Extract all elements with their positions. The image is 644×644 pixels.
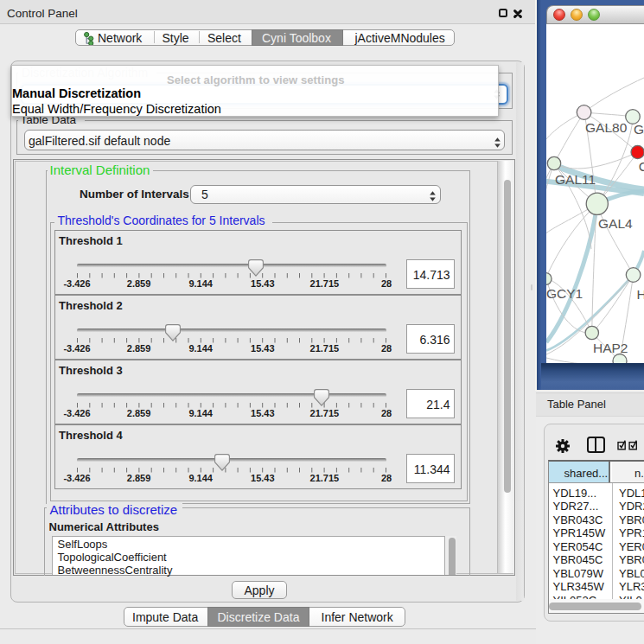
svg-text:H: H — [637, 287, 644, 302]
svg-text:GAL80: GAL80 — [585, 120, 628, 135]
svg-text:C: C — [639, 159, 644, 174]
svg-text:GCY1: GCY1 — [546, 286, 583, 301]
svg-text:GAL11: GAL11 — [555, 172, 596, 187]
svg-text:HAP2: HAP2 — [593, 341, 628, 355]
svg-text:GAL8: GAL8 — [634, 122, 644, 137]
svg-text:GAL4: GAL4 — [598, 216, 633, 231]
